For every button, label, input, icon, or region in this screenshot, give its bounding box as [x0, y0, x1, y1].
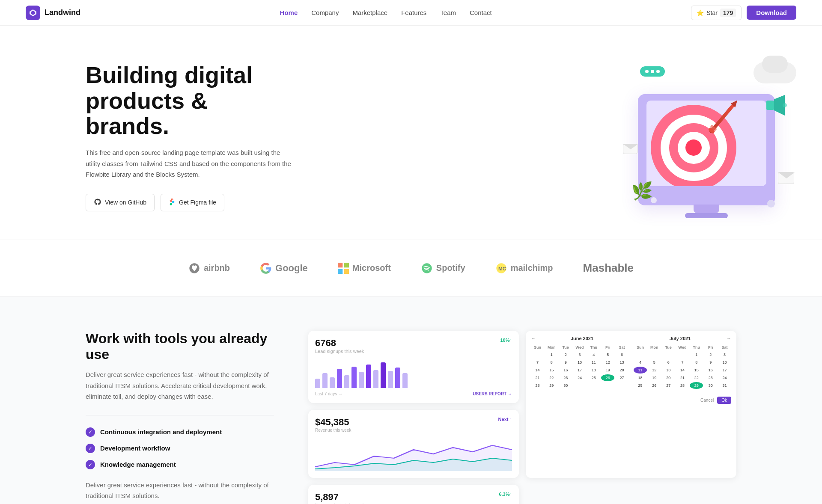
day[interactable]: 16 [704, 367, 717, 374]
day[interactable]: 3 [573, 351, 587, 358]
svg-point-4 [783, 103, 787, 107]
bar-5 [344, 375, 349, 388]
products-card: 5,897 New products this week 6.3%↑ [308, 485, 519, 504]
logo-link[interactable]: Landwind [26, 6, 80, 20]
day[interactable]: 7 [531, 359, 544, 366]
day[interactable]: 4 [634, 359, 647, 366]
day[interactable]: 18 [587, 367, 600, 374]
day[interactable]: 14 [531, 367, 544, 374]
day[interactable]: 13 [615, 359, 628, 366]
monitor-stand [694, 205, 719, 213]
day[interactable]: 23 [704, 374, 717, 381]
day[interactable]: 5 [648, 359, 661, 366]
hero-illustration: 🌿 [616, 60, 796, 214]
bar-6 [351, 367, 357, 388]
calendar-ok-button[interactable]: Ok [717, 397, 731, 404]
day[interactable]: 9 [559, 359, 572, 366]
nav-company[interactable]: Company [311, 9, 339, 16]
megaphone [764, 94, 788, 119]
day[interactable]: 6 [615, 351, 628, 358]
github-icon [94, 198, 101, 207]
day [648, 351, 661, 358]
day[interactable]: 26 [648, 382, 661, 389]
nav-contact[interactable]: Contact [470, 9, 492, 16]
day[interactable]: 21 [531, 374, 544, 381]
wed-header: Wed [573, 344, 587, 350]
day[interactable]: 9 [704, 359, 717, 366]
day[interactable]: 5 [601, 351, 614, 358]
users-report-link[interactable]: USERS REPORT → [473, 391, 512, 396]
feature-label-2: Development workflow [100, 445, 170, 452]
day[interactable]: 12 [601, 359, 614, 366]
day[interactable]: 7 [676, 359, 689, 366]
day[interactable]: 30 [559, 382, 572, 389]
star-button[interactable]: ⭐ Star 179 [691, 6, 742, 20]
day[interactable]: 17 [573, 367, 587, 374]
revenue-card: $45,385 Revenue this week Next ↑ [308, 410, 519, 478]
day-today[interactable]: 11 [634, 367, 647, 374]
day-highlighted-2[interactable]: 29 [690, 382, 703, 389]
day[interactable]: 12 [648, 367, 661, 374]
day[interactable]: 14 [676, 367, 689, 374]
day [690, 390, 703, 392]
star-count: 179 [720, 9, 736, 17]
nav-home[interactable]: Home [280, 9, 298, 16]
day[interactable]: 3 [718, 351, 731, 358]
day[interactable]: 21 [676, 374, 689, 381]
day[interactable]: 18 [634, 374, 647, 381]
brand-airbnb-label: airbnb [204, 263, 230, 273]
day[interactable]: 28 [531, 382, 544, 389]
feature-item-2: ✓ Development workflow [86, 444, 274, 453]
day[interactable]: 17 [718, 367, 731, 374]
day[interactable]: 27 [615, 374, 628, 381]
day[interactable]: 1 [545, 351, 558, 358]
day[interactable]: 25 [587, 374, 600, 381]
june-prev[interactable]: ← [531, 336, 536, 341]
day[interactable]: 2 [559, 351, 572, 358]
day[interactable]: 20 [662, 374, 675, 381]
hero-section: Building digital products & brands. This… [0, 26, 822, 240]
day[interactable]: 6 [662, 359, 675, 366]
day[interactable]: 22 [545, 374, 558, 381]
day[interactable]: 20 [615, 367, 628, 374]
github-button[interactable]: View on GitHub [86, 194, 155, 211]
day[interactable]: 28 [676, 382, 689, 389]
day[interactable]: 13 [662, 367, 675, 374]
download-button[interactable]: Download [747, 6, 796, 20]
day[interactable]: 27 [662, 382, 675, 389]
day[interactable]: 1 [690, 351, 703, 358]
day[interactable]: 10 [718, 359, 731, 366]
calendar-cancel-button[interactable]: Cancel [700, 397, 714, 404]
day[interactable]: 29 [545, 382, 558, 389]
day[interactable]: 8 [690, 359, 703, 366]
day[interactable]: 31 [718, 382, 731, 389]
day[interactable]: 2 [704, 351, 717, 358]
day[interactable]: 25 [634, 382, 647, 389]
nav-features[interactable]: Features [401, 9, 426, 16]
day[interactable]: 4 [587, 351, 600, 358]
day[interactable]: 11 [587, 359, 600, 366]
day[interactable]: 10 [573, 359, 587, 366]
day[interactable]: 30 [704, 382, 717, 389]
day[interactable]: 24 [718, 374, 731, 381]
bar-13 [402, 373, 408, 388]
day-highlighted[interactable]: 26 [601, 374, 614, 381]
day[interactable]: 23 [559, 374, 572, 381]
nav-marketplace[interactable]: Marketplace [352, 9, 387, 16]
svg-rect-5 [338, 263, 342, 267]
ring-center [685, 139, 702, 156]
day[interactable]: 15 [545, 367, 558, 374]
svg-rect-7 [338, 269, 342, 273]
day[interactable]: 22 [690, 374, 703, 381]
day[interactable]: 8 [545, 359, 558, 366]
july-next[interactable]: → [727, 336, 731, 341]
nav-team[interactable]: Team [440, 9, 456, 16]
calendar-july: July 2021 → Sun Mon Tue Wed Thu Fri Sat [634, 336, 731, 392]
brand-spotify: Spotify [421, 262, 465, 274]
day[interactable]: 15 [690, 367, 703, 374]
day[interactable]: 19 [648, 374, 661, 381]
day[interactable]: 24 [573, 374, 587, 381]
figma-button[interactable]: Get Figma file [161, 194, 224, 211]
day[interactable]: 16 [559, 367, 572, 374]
day[interactable]: 19 [601, 367, 614, 374]
